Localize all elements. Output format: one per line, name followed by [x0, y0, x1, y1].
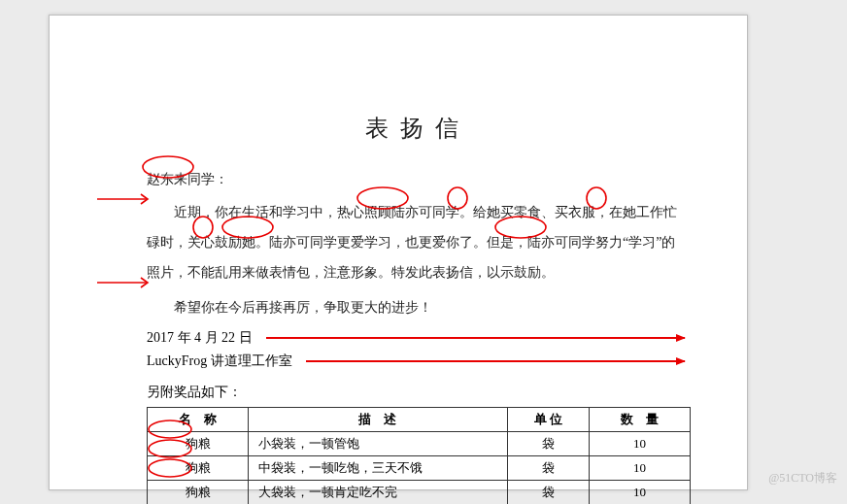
cell-unit: 袋 — [507, 432, 589, 456]
name-ref-3: 陆亦可 — [527, 235, 568, 250]
annotation-arrow-icon — [306, 360, 685, 362]
date-row: 2017 年 4 月 22 日 — [147, 329, 689, 347]
table-row: 狗粮 中袋装，一顿吃饱，三天不饿 袋 10 — [148, 456, 691, 481]
th-qty: 数 量 — [589, 408, 690, 432]
annotation-arrow-icon — [266, 337, 686, 339]
paragraph-1: 近期，你在生活和学习中，热心照顾陆亦可同学。给她买零食、买衣服，在她工作忙碌时，… — [147, 198, 689, 287]
cell-unit: 袋 — [507, 456, 589, 481]
document-page: 表扬信 赵东来同学： 近期，你在生活和学习中，热心照顾陆亦可同学。给她买零食、买… — [49, 15, 748, 490]
cell-desc: 大袋装，一顿肯定吃不完 — [249, 481, 507, 504]
cell-qty: 10 — [589, 432, 690, 456]
table-row: 狗粮 小袋装，一顿管饱 袋 10 — [148, 432, 691, 456]
pronoun-3: 她 — [242, 235, 255, 250]
table-row: 狗粮 大袋装，一顿肯定吃不完 袋 10 — [148, 481, 691, 504]
studio-row: LuckyFrog 讲道理工作室 — [147, 353, 689, 370]
studio-text: LuckyFrog 讲道理工作室 — [147, 353, 292, 370]
salutation-name: 赵东来 — [147, 172, 187, 186]
award-table: 名 称 描 述 单 位 数 量 狗粮 小袋装，一顿管饱 袋 10 狗粮 中袋装，… — [147, 407, 691, 504]
cell-qty: 10 — [589, 456, 690, 481]
cell-unit: 袋 — [507, 481, 589, 504]
doc-title: 表扬信 — [147, 113, 689, 144]
cell-desc: 小袋装，一顿管饱 — [249, 432, 507, 456]
cell-name: 狗粮 — [148, 456, 249, 481]
cell-name: 狗粮 — [148, 481, 249, 504]
th-desc: 描 述 — [249, 408, 507, 432]
pronoun-1: 她 — [487, 205, 500, 219]
th-name: 名 称 — [148, 408, 249, 432]
attachment-label: 另附奖品如下： — [147, 384, 689, 401]
cell-desc: 中袋装，一顿吃饱，三天不饿 — [249, 456, 507, 481]
th-unit: 单 位 — [507, 408, 589, 432]
watermark-text: @51CTO博客 — [768, 470, 837, 487]
name-ref-2: 陆亦可 — [269, 235, 310, 250]
name-ref-1: 陆亦可 — [391, 205, 432, 219]
viewport: 表扬信 赵东来同学： 近期，你在生活和学习中，热心照顾陆亦可同学。给她买零食、买… — [0, 0, 847, 504]
salutation-suffix: 同学： — [187, 172, 228, 186]
pronoun-2: 她 — [623, 205, 636, 219]
cell-name: 狗粮 — [148, 432, 249, 456]
salutation: 赵东来同学： — [147, 171, 689, 188]
cell-qty: 10 — [589, 481, 690, 504]
date-text: 2017 年 4 月 22 日 — [147, 329, 253, 347]
table-header-row: 名 称 描 述 单 位 数 量 — [148, 408, 691, 432]
paragraph-2: 希望你在今后再接再厉，争取更大的进步！ — [147, 293, 689, 323]
